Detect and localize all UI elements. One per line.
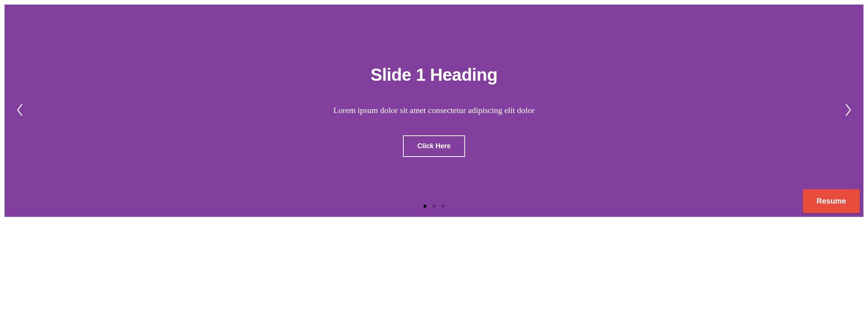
next-slide-button[interactable] — [841, 103, 856, 118]
slide-heading: Slide 1 Heading — [333, 64, 535, 85]
chevron-right-icon — [844, 103, 852, 118]
pagination-dot-1[interactable] — [423, 205, 426, 208]
slide-content: Slide 1 Heading Lorem ipsum dolor sit am… — [303, 64, 565, 157]
resume-button[interactable]: Resume — [803, 189, 860, 213]
pagination-dot-2[interactable] — [432, 205, 436, 208]
pagination-dots — [423, 205, 445, 208]
previous-slide-button[interactable] — [12, 103, 27, 118]
pagination-dot-3[interactable] — [442, 205, 445, 208]
slide-cta-button[interactable]: Click Here — [403, 135, 465, 157]
slide-description: Lorem ipsum dolor sit amet consectetur a… — [333, 104, 535, 116]
chevron-left-icon — [16, 103, 24, 118]
carousel-container: Slide 1 Heading Lorem ipsum dolor sit am… — [5, 5, 863, 217]
